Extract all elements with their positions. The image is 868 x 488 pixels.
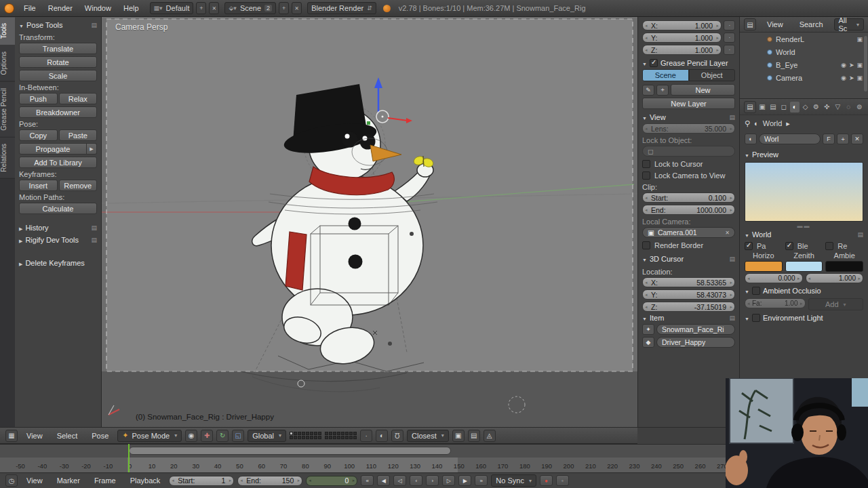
panel-menu-icon[interactable] bbox=[729, 256, 735, 262]
select-icon[interactable]: ➤ bbox=[849, 75, 854, 81]
menu-render[interactable]: Render bbox=[43, 0, 78, 16]
view-menu[interactable]: View bbox=[21, 428, 48, 443]
cursor-z-field[interactable]: Z: -37.15019 bbox=[642, 302, 735, 312]
scale-manipulator-button[interactable] bbox=[232, 430, 244, 442]
layer-toggle[interactable] bbox=[341, 432, 344, 435]
remove-keyframe-button[interactable]: Remove bbox=[59, 180, 98, 191]
ao-checkbox[interactable] bbox=[752, 287, 760, 295]
object-name-field[interactable]: Snowman_Face_Ri bbox=[656, 324, 735, 335]
restrict-render-icon[interactable]: ▣ bbox=[856, 75, 863, 81]
select-icon[interactable]: ➤ bbox=[849, 62, 854, 68]
layer-toggle[interactable] bbox=[353, 436, 357, 439]
rotate-button[interactable]: Rotate bbox=[19, 56, 97, 68]
close-scene-button[interactable] bbox=[292, 2, 302, 14]
hide-icon[interactable]: ◉ bbox=[841, 75, 846, 81]
jump-to-start-button[interactable] bbox=[361, 475, 374, 486]
tab-relations[interactable]: Relations bbox=[0, 138, 15, 179]
jump-to-end-button[interactable] bbox=[475, 475, 488, 486]
prev-keyframe-button[interactable] bbox=[377, 475, 390, 486]
clip-start-field[interactable]: Start: 0.100 bbox=[642, 192, 735, 203]
timeline-playback-menu[interactable]: Playback bbox=[125, 473, 166, 488]
timeline-view-menu[interactable]: View bbox=[21, 473, 48, 488]
layer-toggle[interactable] bbox=[314, 432, 317, 435]
paste-pose-button[interactable]: Paste bbox=[59, 129, 98, 141]
scale-z-field[interactable]: Z: 1.000 bbox=[642, 45, 722, 55]
env-light-panel-header[interactable]: Environment Light bbox=[745, 312, 863, 324]
timeline-frame-menu[interactable]: Frame bbox=[89, 473, 121, 488]
orientation-selector[interactable]: Global bbox=[248, 430, 286, 442]
cursor-y-field[interactable]: Y: 58.43073 bbox=[642, 289, 735, 300]
panel-menu-icon[interactable] bbox=[91, 22, 97, 28]
clear-camera-icon[interactable]: ✕ bbox=[725, 230, 730, 236]
add-world-button[interactable]: ＋ bbox=[837, 134, 849, 144]
rotate-manipulator-button[interactable] bbox=[216, 430, 229, 442]
outliner-item-beye[interactable]: B_Eye ◉ ➤ ▣ bbox=[740, 58, 868, 71]
pivot-point-button[interactable] bbox=[185, 430, 197, 442]
outliner-view-menu[interactable]: View bbox=[762, 17, 789, 32]
outliner-scrollbar[interactable] bbox=[864, 36, 867, 92]
layer-toggle[interactable] bbox=[325, 436, 328, 439]
layer-toggle[interactable] bbox=[345, 436, 349, 439]
ao-factor-field[interactable]: Fa: 1.00 bbox=[745, 298, 806, 308]
unlink-world-button[interactable]: ✕ bbox=[851, 134, 863, 144]
opengl-render-button[interactable] bbox=[452, 430, 465, 442]
layer-toggle[interactable] bbox=[337, 436, 340, 439]
layer-toggle[interactable] bbox=[318, 436, 321, 439]
item-panel-header[interactable]: Item bbox=[642, 312, 735, 324]
translate-button[interactable]: Translate bbox=[19, 43, 97, 54]
lock-layers-button[interactable] bbox=[360, 430, 372, 442]
layer-toggle[interactable] bbox=[349, 432, 353, 435]
editor-type-button[interactable] bbox=[5, 430, 18, 442]
layer-toggle[interactable] bbox=[290, 436, 293, 439]
layer-toggle[interactable] bbox=[306, 436, 309, 439]
paper-sky-checkbox[interactable] bbox=[745, 242, 753, 250]
sync-mode-selector[interactable]: No Sync bbox=[491, 474, 536, 487]
tab-tools[interactable]: Tools bbox=[0, 17, 15, 45]
exposure-field[interactable]: 0.000 bbox=[745, 273, 803, 283]
context-data-icon[interactable]: ▽ bbox=[833, 102, 842, 113]
add-layout-button[interactable] bbox=[196, 2, 206, 14]
real-sky-checkbox[interactable] bbox=[825, 242, 833, 250]
delete-keyframes-panel-header[interactable]: Delete Keyframes bbox=[19, 257, 97, 269]
breakdowner-button[interactable]: Breakdowner bbox=[19, 106, 97, 118]
rigify-panel-header[interactable]: Rigify Dev Tools bbox=[19, 234, 97, 246]
lock-object-field[interactable]: ◻ bbox=[642, 146, 735, 157]
extra-viewport-button[interactable] bbox=[484, 430, 496, 442]
pose-menu[interactable]: Pose bbox=[86, 428, 114, 443]
tab-options[interactable]: Options bbox=[0, 45, 15, 81]
layer-toggle[interactable] bbox=[302, 436, 305, 439]
layer-toggle[interactable] bbox=[333, 432, 336, 435]
menu-window[interactable]: Window bbox=[79, 0, 117, 16]
world-name-field[interactable]: Worl bbox=[759, 134, 821, 144]
add-pencil-icon[interactable]: ＋ bbox=[656, 85, 669, 96]
layer-toggle[interactable] bbox=[306, 432, 309, 435]
screen-layout-selector[interactable]: ▦▾ Default bbox=[150, 2, 194, 14]
new-layer-button[interactable]: New Layer bbox=[642, 98, 735, 109]
cursor-panel-header[interactable]: 3D Cursor bbox=[642, 253, 735, 265]
layer-toggle[interactable] bbox=[298, 436, 301, 439]
panel-menu-icon[interactable] bbox=[729, 314, 735, 321]
opengl-anim-button[interactable] bbox=[468, 430, 480, 442]
play-button[interactable] bbox=[442, 475, 455, 486]
context-modifiers-icon[interactable]: ✜ bbox=[822, 102, 831, 113]
frame-start-field[interactable]: Start: 1 bbox=[169, 476, 234, 486]
local-camera-field[interactable]: ▣ Camera.001 ✕ bbox=[642, 227, 735, 238]
auto-keyframe-button[interactable] bbox=[540, 475, 553, 486]
pose-tools-panel-header[interactable]: Pose Tools bbox=[19, 19, 97, 31]
current-frame-field[interactable]: 0 bbox=[306, 476, 357, 486]
next-keyframe-button[interactable] bbox=[458, 475, 471, 486]
lens-field[interactable]: Lens: 35.000 bbox=[642, 123, 735, 134]
select-menu[interactable]: Select bbox=[52, 428, 83, 443]
outliner-item-camera[interactable]: Camera ◉ ➤ ▣ bbox=[740, 71, 868, 84]
propagate-button[interactable]: Propagate bbox=[19, 143, 87, 155]
restrict-render-icon[interactable]: ▣ bbox=[856, 36, 863, 43]
context-scene-icon[interactable]: ◻ bbox=[779, 102, 789, 113]
scene-selector[interactable]: ⬙▾ Scene 2 bbox=[224, 2, 276, 14]
layer-toggle[interactable] bbox=[302, 432, 305, 435]
lock-x-icon[interactable] bbox=[724, 20, 735, 30]
layer-toggle[interactable] bbox=[353, 432, 357, 435]
outliner-search-menu[interactable]: Search bbox=[794, 17, 829, 32]
grease-pencil-checkbox[interactable] bbox=[650, 59, 658, 67]
ambient-color-swatch[interactable] bbox=[825, 261, 863, 272]
layer-toggle[interactable] bbox=[294, 436, 297, 439]
